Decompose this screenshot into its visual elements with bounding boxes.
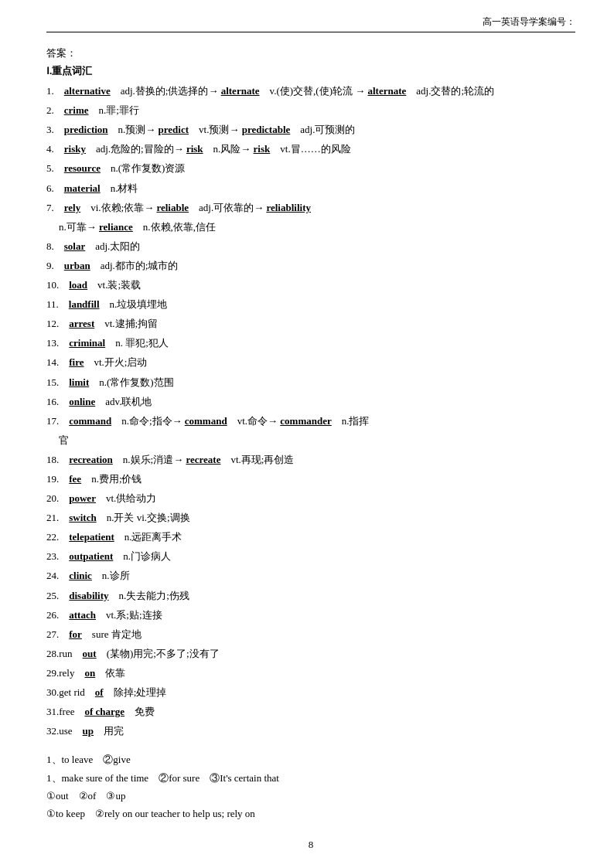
list-item: 22. telepatient n.远距离手术 <box>46 529 575 546</box>
list-item: 23. outpatient n.门诊病人 <box>46 548 575 565</box>
page-number: 8 <box>309 839 314 850</box>
list-item: 15. limit n.(常作复数)范围 <box>46 374 575 391</box>
list-item: 20. power vt.供给动力 <box>46 490 575 507</box>
list-item: 1. alternative adj.替换的;供选择的→ alternate v… <box>46 83 575 100</box>
list-item: 30.get rid of 除掉;处理掉 <box>46 684 575 701</box>
answer-text: 答案： <box>46 47 77 59</box>
list-item: 32.use up 用完 <box>46 723 575 740</box>
extra-line: ①out ②of ③up <box>46 787 575 805</box>
list-item: 18. recreation n.娱乐;消遣→ recreate vt.再现;再… <box>46 451 575 468</box>
list-item: 16. online adv.联机地 <box>46 393 575 410</box>
list-item: 7. rely vi.依赖;依靠→ reliable adj.可依靠的→ rel… <box>46 199 575 216</box>
list-item: 29.rely on 依靠 <box>46 665 575 682</box>
header-label: 高一英语导学案编号： <box>483 15 575 29</box>
list-item: 11. landfill n.垃圾填埋地 <box>46 296 575 313</box>
list-item: 13. criminal n. 罪犯;犯人 <box>46 335 575 352</box>
list-item: 28.run out (某物)用完;不多了;没有了 <box>46 645 575 662</box>
extra-section: 1、to leave ②give 1、make sure of the time… <box>46 751 575 823</box>
page-header: 高一英语导学案编号： <box>46 15 575 32</box>
list-item: 4. risky adj.危险的;冒险的→ risk n.风险→ risk vt… <box>46 141 575 158</box>
list-item: 5. resource n.(常作复数)资源 <box>46 160 575 177</box>
list-item: 26. attach vt.系;贴;连接 <box>46 607 575 624</box>
list-item: 19. fee n.费用;价钱 <box>46 471 575 488</box>
list-item: 21. switch n.开关 vi.交换;调换 <box>46 509 575 526</box>
list-item: 8. solar adj.太阳的 <box>46 238 575 255</box>
list-item: 25. disability n.失去能力;伤残 <box>46 587 575 604</box>
page-footer: 8 <box>46 839 575 851</box>
list-item: 6. material n.材料 <box>46 180 575 197</box>
list-item-continued: 官 <box>59 432 575 449</box>
list-item: 10. load vt.装;装载 <box>46 277 575 294</box>
list-item: 27. for sure 肯定地 <box>46 626 575 643</box>
vocab-list: 1. alternative adj.替换的;供选择的→ alternate v… <box>46 83 575 740</box>
list-item: 3. prediction n.预测→ predict vt.预测→ predi… <box>46 121 575 138</box>
answer-label: 答案： <box>46 45 575 62</box>
extra-line: ①to keep ②rely on our teacher to help us… <box>46 805 575 822</box>
list-item: 24. clinic n.诊所 <box>46 567 575 584</box>
list-item: 31.free of charge 免费 <box>46 703 575 720</box>
extra-line: 1、to leave ②give <box>46 751 575 768</box>
list-item: 14. fire vt.开火;启动 <box>46 354 575 371</box>
list-item: 9. urban adj.都市的;城市的 <box>46 257 575 274</box>
list-item: 17. command n.命令;指令→ command vt.命令→ comm… <box>46 413 575 430</box>
list-item: 2. crime n.罪;罪行 <box>46 102 575 119</box>
extra-line: 1、make sure of the time ②for sure ③It's … <box>46 769 575 787</box>
list-item-continued: n.可靠→ reliance n.依赖,依靠,信任 <box>59 219 575 236</box>
vocab-section-title: Ⅰ.重点词汇 <box>46 64 575 78</box>
list-item: 12. arrest vt.逮捕;拘留 <box>46 315 575 332</box>
